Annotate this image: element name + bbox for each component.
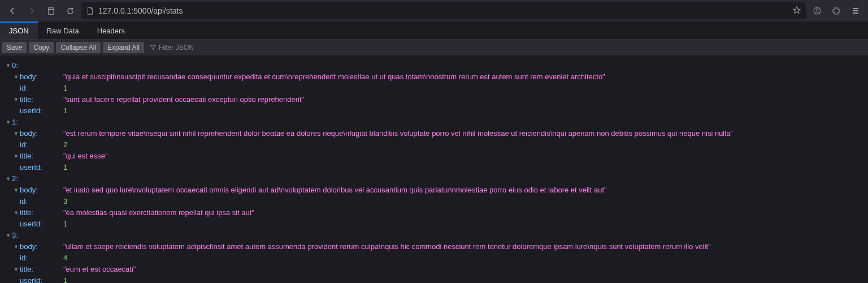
json-value: "ullam et saepe reiciendis voluptatem ad… xyxy=(63,241,711,252)
json-key[interactable]: ▼body: xyxy=(3,241,60,252)
filter-icon xyxy=(150,44,157,51)
json-value: "sunt aut facere repellat provident occa… xyxy=(63,94,304,105)
json-key[interactable]: ▼3: xyxy=(3,230,60,241)
chevron-down-icon[interactable]: ▼ xyxy=(6,60,12,71)
bookmark-star-icon[interactable] xyxy=(792,6,801,16)
json-value: 3 xyxy=(63,196,67,207)
expand-all-button[interactable]: Expand All xyxy=(103,42,144,53)
collapse-all-button[interactable]: Collapse All xyxy=(56,42,101,53)
json-value: 1 xyxy=(63,162,67,173)
url-bar[interactable]: 127.0.0.1:5000/api/stats xyxy=(81,2,806,19)
filter-json-input[interactable]: Filter JSON xyxy=(146,44,197,52)
forward-button[interactable] xyxy=(24,3,40,19)
json-key[interactable]: userId: xyxy=(3,105,60,117)
chevron-down-icon[interactable]: ▼ xyxy=(14,207,20,218)
chevron-down-icon[interactable]: ▼ xyxy=(14,151,20,162)
json-key[interactable]: ▼title: xyxy=(3,264,60,275)
json-key[interactable]: userId: xyxy=(3,162,60,173)
json-value: 1 xyxy=(63,105,67,117)
chevron-down-icon[interactable]: ▼ xyxy=(6,117,12,128)
chevron-down-icon[interactable]: ▼ xyxy=(14,94,20,105)
json-value: "est rerum tempore vitae\nsequi sint nih… xyxy=(63,128,733,139)
account-icon[interactable] xyxy=(809,3,825,19)
json-value: "qui est esse" xyxy=(63,151,108,162)
svg-rect-0 xyxy=(48,7,53,14)
json-key[interactable]: ▼title: xyxy=(3,151,60,162)
json-key[interactable]: ▼title: xyxy=(3,94,60,105)
json-key[interactable]: ▼2: xyxy=(3,173,60,185)
chevron-down-icon[interactable]: ▼ xyxy=(6,230,12,241)
chevron-down-icon[interactable]: ▼ xyxy=(14,241,20,252)
extensions-icon[interactable] xyxy=(828,3,844,19)
json-key[interactable]: id: xyxy=(3,196,60,207)
json-key[interactable]: ▼0: xyxy=(3,60,60,71)
json-key[interactable]: userId: xyxy=(3,275,60,283)
json-key[interactable]: userId: xyxy=(3,218,60,230)
viewer-tabs: JSON Raw Data Headers xyxy=(0,22,868,40)
filter-placeholder: Filter JSON xyxy=(159,44,194,52)
chevron-down-icon[interactable]: ▼ xyxy=(14,185,20,196)
json-key[interactable]: ▼body: xyxy=(3,128,60,139)
chevron-down-icon[interactable]: ▼ xyxy=(14,264,20,275)
json-key[interactable]: ▼1: xyxy=(3,117,60,128)
json-key[interactable]: id: xyxy=(3,83,60,94)
json-key[interactable]: ▼body: xyxy=(3,71,60,83)
save-button[interactable]: Save xyxy=(2,42,27,53)
page-icon xyxy=(86,7,94,15)
json-key[interactable]: ▼title: xyxy=(3,207,60,218)
back-button[interactable] xyxy=(5,3,20,19)
json-value: "et iusto sed quo iure\nvoluptatem occae… xyxy=(63,185,607,196)
json-viewer: ▼0:▼body:"quia et suscipit\nsuscipit rec… xyxy=(0,55,868,283)
chevron-down-icon[interactable]: ▼ xyxy=(14,128,20,139)
url-text: 127.0.0.1:5000/api/stats xyxy=(98,6,788,15)
json-value: 2 xyxy=(63,139,67,151)
tab-rawdata[interactable]: Raw Data xyxy=(38,22,88,39)
tools-bar: Save Copy Collapse All Expand All Filter… xyxy=(0,40,868,55)
reload-button[interactable] xyxy=(62,3,78,19)
json-value: 1 xyxy=(63,83,67,94)
json-key[interactable]: id: xyxy=(3,252,60,264)
json-value: "eum et est occaecati" xyxy=(63,264,136,275)
library-button[interactable] xyxy=(43,3,59,19)
tab-headers[interactable]: Headers xyxy=(88,22,134,39)
chevron-down-icon[interactable]: ▼ xyxy=(14,71,20,83)
copy-button[interactable]: Copy xyxy=(29,42,54,53)
json-value: "ea molestias quasi exercitationem repel… xyxy=(63,207,254,218)
tab-json[interactable]: JSON xyxy=(0,22,38,39)
chevron-down-icon[interactable]: ▼ xyxy=(6,173,12,185)
json-key[interactable]: id: xyxy=(3,139,60,151)
menu-icon[interactable] xyxy=(848,3,863,19)
json-value: 4 xyxy=(63,252,67,264)
browser-toolbar: 127.0.0.1:5000/api/stats xyxy=(0,0,868,22)
json-value: 1 xyxy=(63,275,67,283)
json-key[interactable]: ▼body: xyxy=(3,185,60,196)
json-value: "quia et suscipit\nsuscipit recusandae c… xyxy=(63,71,605,83)
svg-point-3 xyxy=(816,8,818,11)
json-value: 1 xyxy=(63,218,67,230)
